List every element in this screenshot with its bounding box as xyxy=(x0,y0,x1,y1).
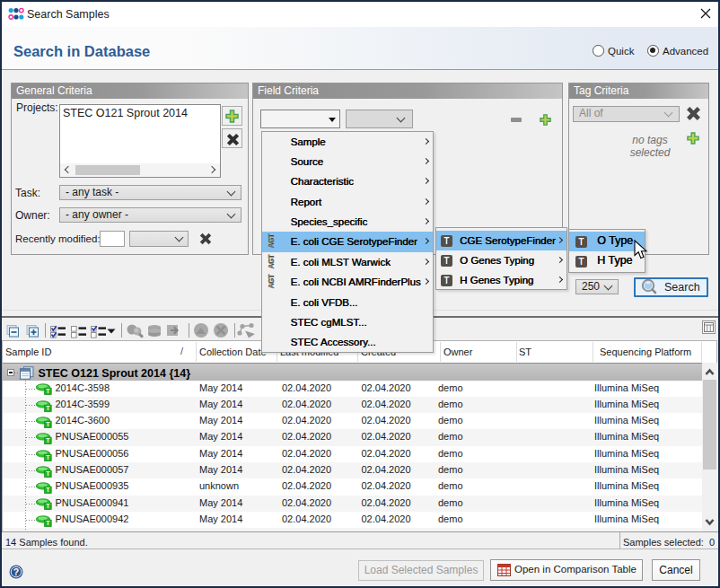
svg-text:T: T xyxy=(46,421,50,427)
svg-text:T: T xyxy=(46,389,50,395)
svg-text:T: T xyxy=(46,405,50,411)
svg-text:T: T xyxy=(46,487,50,493)
svg-text:T: T xyxy=(46,470,50,477)
svg-text:T: T xyxy=(46,438,50,444)
svg-text:T: T xyxy=(46,454,50,461)
svg-text:T: T xyxy=(46,520,50,526)
svg-text:?: ? xyxy=(13,566,19,577)
svg-text:T: T xyxy=(46,504,50,510)
